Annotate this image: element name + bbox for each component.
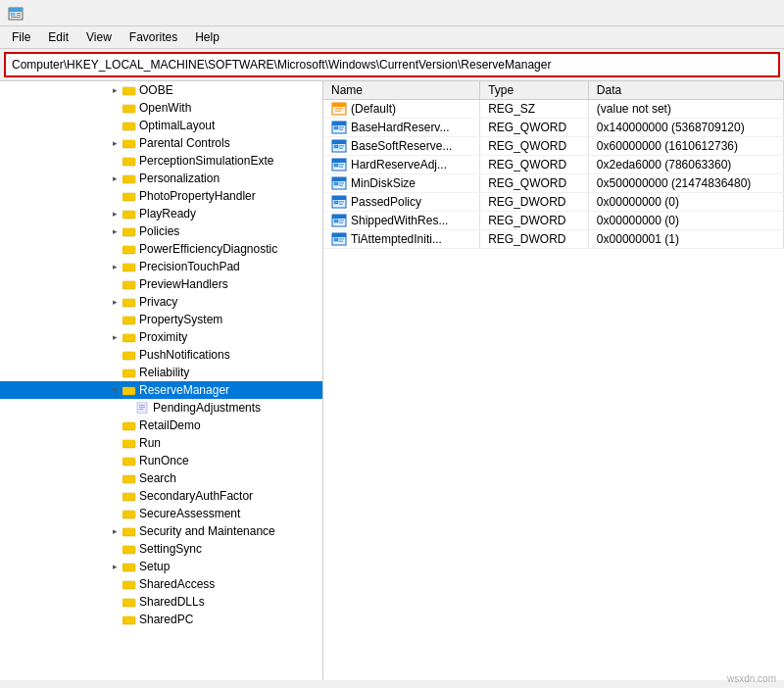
tree-expander[interactable]: ▸	[108, 524, 122, 538]
tree-item[interactable]: SharedPC	[0, 611, 322, 628]
tree-item[interactable]: PropertySystem	[0, 311, 322, 328]
tree-expander[interactable]: ▸	[108, 330, 122, 344]
menu-item-edit[interactable]: Edit	[40, 28, 76, 46]
tree-item[interactable]: SharedDLLs	[0, 593, 322, 611]
tree-item[interactable]: RunOnce	[0, 452, 322, 469]
tree-item[interactable]: ▸ Setup	[0, 558, 322, 575]
tree-label: PowerEfficiencyDiagnostic	[139, 242, 277, 256]
tree-item[interactable]: SecondaryAuthFactor	[0, 487, 322, 505]
tree-expander[interactable]	[108, 489, 122, 503]
tree-item[interactable]: ▸ Parental Controls	[0, 134, 322, 152]
tree-expander[interactable]	[108, 454, 122, 467]
tree-expander[interactable]	[108, 471, 122, 485]
tree-expander[interactable]	[108, 119, 122, 132]
table-row[interactable]: ShippedWithRes...REG_DWORD0x00000000 (0)	[323, 212, 784, 230]
table-row[interactable]: BaseHardReserv...REG_QWORD0x140000000 (5…	[323, 119, 784, 137]
tree-expander[interactable]	[108, 348, 122, 362]
tree-label: OptimalLayout	[139, 119, 215, 132]
address-bar[interactable]: Computer\HKEY_LOCAL_MACHINE\SOFTWARE\Mic…	[4, 52, 780, 77]
tree-item[interactable]: Search	[0, 469, 322, 487]
tree-expander[interactable]	[108, 436, 122, 450]
table-row[interactable]: TiAttemptedIniti...REG_DWORD0x00000001 (…	[323, 230, 784, 249]
svg-rect-98	[339, 204, 343, 206]
tree-expander[interactable]: ▸	[108, 207, 122, 221]
svg-rect-108	[339, 241, 343, 243]
tree-item[interactable]: RetailDemo	[0, 417, 322, 434]
svg-rect-105	[332, 233, 346, 237]
tree-item[interactable]: ▸ Personalization	[0, 170, 322, 187]
table-row[interactable]: HardReserveAdj...REG_QWORD0x2eda6000 (78…	[323, 156, 784, 174]
folder-icon	[122, 613, 137, 626]
tree-expander[interactable]	[108, 189, 122, 203]
values-table: Name Type Data (Default)REG_SZ(value not…	[323, 81, 784, 249]
tree-expander[interactable]	[108, 507, 122, 520]
folder-icon	[122, 348, 137, 362]
tree-item[interactable]: ▸ Privacy	[0, 293, 322, 311]
tree-item[interactable]: ▸ PrecisionTouchPad	[0, 258, 322, 275]
tree-panel[interactable]: ▸ OOBE OpenWith OptimalLayout▸ Parental …	[0, 81, 323, 680]
tree-expander[interactable]	[108, 313, 122, 326]
tree-expander[interactable]: ▸	[108, 172, 122, 185]
tree-label: SharedDLLs	[139, 595, 205, 609]
values-scroll[interactable]: Name Type Data (Default)REG_SZ(value not…	[323, 81, 784, 680]
tree-item[interactable]: PowerEfficiencyDiagnostic	[0, 240, 322, 258]
tree-item[interactable]: Run	[0, 434, 322, 452]
tree-item[interactable]: PendingAdjustments	[0, 399, 322, 417]
tree-item[interactable]: PerceptionSimulationExte	[0, 152, 322, 170]
tree-item[interactable]: SharedAccess	[0, 575, 322, 593]
menu-item-help[interactable]: Help	[187, 28, 227, 46]
tree-expander[interactable]: ▸	[108, 560, 122, 573]
tree-item[interactable]: Reliability	[0, 364, 322, 381]
menu-item-file[interactable]: File	[4, 28, 38, 46]
table-row[interactable]: (Default)REG_SZ(value not set)	[323, 100, 784, 119]
tree-item[interactable]: ▸ Proximity	[0, 328, 322, 346]
tree-expander[interactable]	[108, 418, 122, 432]
folder-icon	[122, 366, 137, 379]
tree-expander[interactable]: ▸	[108, 260, 122, 273]
tree-expander[interactable]: ▾	[108, 383, 122, 397]
reg-icon	[331, 175, 347, 191]
menu-item-view[interactable]: View	[78, 28, 120, 46]
data-cell: 0x2eda6000 (786063360)	[588, 156, 783, 174]
tree-expander[interactable]	[122, 401, 135, 415]
tree-item[interactable]: SettingSync	[0, 540, 322, 558]
tree-item[interactable]: OptimalLayout	[0, 117, 322, 134]
tree-item[interactable]: ▸ PlayReady	[0, 205, 322, 222]
tree-expander[interactable]	[108, 542, 122, 556]
tree-expander[interactable]	[108, 577, 122, 591]
tree-expander[interactable]	[108, 101, 122, 115]
svg-rect-77	[339, 126, 344, 128]
table-row[interactable]: BaseSoftReserve...REG_QWORD0x60000000 (1…	[323, 137, 784, 156]
tree-item[interactable]: ▾ ReserveManager	[0, 381, 322, 399]
menu-item-favorites[interactable]: Favorites	[122, 28, 185, 46]
tree-item[interactable]: ▸ Policies	[0, 222, 322, 240]
tree-label: PreviewHandlers	[139, 277, 228, 291]
tree-expander[interactable]	[108, 613, 122, 626]
table-row[interactable]: MinDiskSizeREG_QWORD0x500000000 (2147483…	[323, 174, 784, 193]
tree-expander[interactable]	[108, 154, 122, 168]
tree-item[interactable]: OpenWith	[0, 99, 322, 117]
tree-label: PerceptionSimulationExte	[139, 154, 273, 168]
reg-icon	[331, 157, 347, 172]
tree-label: PhotoPropertyHandler	[139, 189, 256, 203]
tree-expander[interactable]: ▸	[108, 83, 122, 97]
tree-expander[interactable]	[108, 595, 122, 609]
tree-expander[interactable]: ▸	[108, 295, 122, 309]
reg-icon	[331, 120, 347, 135]
tree-expander[interactable]	[108, 366, 122, 379]
name-cell: TiAttemptedIniti...	[323, 230, 480, 249]
tree-item[interactable]: PreviewHandlers	[0, 275, 322, 293]
tree-expander[interactable]	[108, 277, 122, 291]
tree-item[interactable]: PushNotifications	[0, 346, 322, 364]
tree-item[interactable]: ▸ Security and Maintenance	[0, 522, 322, 540]
table-row[interactable]: PassedPolicyREG_DWORD0x00000000 (0)	[323, 193, 784, 212]
name-cell: HardReserveAdj...	[323, 156, 480, 174]
tree-label: Policies	[139, 224, 179, 238]
tree-item[interactable]: PhotoPropertyHandler	[0, 187, 322, 205]
tree-expander[interactable]: ▸	[108, 136, 122, 150]
tree-item[interactable]: ▸ OOBE	[0, 81, 322, 99]
tree-label: Search	[139, 471, 176, 485]
tree-item[interactable]: SecureAssessment	[0, 505, 322, 522]
tree-expander[interactable]: ▸	[108, 224, 122, 238]
tree-expander[interactable]	[108, 242, 122, 256]
